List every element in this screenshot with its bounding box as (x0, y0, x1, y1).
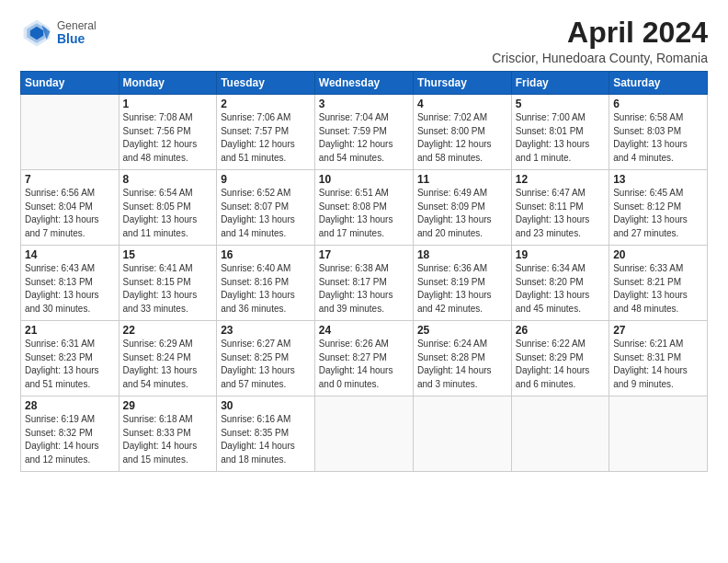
day-cell: 1Sunrise: 7:08 AM Sunset: 7:56 PM Daylig… (119, 95, 217, 170)
day-cell: 27Sunrise: 6:21 AM Sunset: 8:31 PM Dayli… (609, 321, 708, 396)
day-number: 29 (123, 399, 213, 412)
day-number: 10 (319, 173, 409, 186)
day-number: 6 (613, 98, 703, 110)
day-cell (314, 396, 413, 472)
day-info: Sunrise: 6:34 AM Sunset: 8:20 PM Dayligh… (516, 262, 605, 316)
week-row-3: 14Sunrise: 6:43 AM Sunset: 8:13 PM Dayli… (21, 246, 708, 321)
day-info: Sunrise: 6:38 AM Sunset: 8:17 PM Dayligh… (319, 262, 409, 316)
day-number: 4 (417, 98, 507, 110)
location-subtitle: Criscior, Hunedoara County, Romania (492, 51, 708, 65)
week-row-5: 28Sunrise: 6:19 AM Sunset: 8:32 PM Dayli… (21, 396, 708, 472)
day-cell: 20Sunrise: 6:33 AM Sunset: 8:21 PM Dayli… (609, 246, 708, 321)
day-cell: 3Sunrise: 7:04 AM Sunset: 7:59 PM Daylig… (314, 95, 413, 170)
header-day-wednesday: Wednesday (314, 72, 413, 95)
day-info: Sunrise: 6:40 AM Sunset: 8:16 PM Dayligh… (221, 262, 311, 316)
day-info: Sunrise: 6:18 AM Sunset: 8:33 PM Dayligh… (123, 413, 213, 466)
logo-blue: Blue (57, 32, 97, 46)
header-row: SundayMondayTuesdayWednesdayThursdayFrid… (21, 72, 708, 95)
week-row-1: 1Sunrise: 7:08 AM Sunset: 7:56 PM Daylig… (21, 95, 708, 170)
day-cell: 28Sunrise: 6:19 AM Sunset: 8:32 PM Dayli… (21, 396, 119, 472)
day-info: Sunrise: 7:04 AM Sunset: 7:59 PM Dayligh… (319, 111, 409, 165)
title-block: April 2024 Criscior, Hunedoara County, R… (492, 17, 708, 65)
day-info: Sunrise: 6:36 AM Sunset: 8:19 PM Dayligh… (417, 262, 507, 316)
logo-general: General (57, 20, 97, 32)
day-number: 18 (417, 248, 507, 261)
logo: General Blue (20, 17, 97, 50)
day-number: 1 (123, 98, 213, 110)
day-cell: 8Sunrise: 6:54 AM Sunset: 8:05 PM Daylig… (119, 170, 217, 246)
day-number: 23 (221, 324, 311, 337)
day-cell (511, 396, 609, 472)
day-cell: 30Sunrise: 6:16 AM Sunset: 8:35 PM Dayli… (217, 396, 315, 472)
header-day-saturday: Saturday (609, 72, 708, 95)
day-number: 25 (417, 324, 507, 337)
day-cell (609, 396, 708, 472)
day-number: 7 (25, 173, 115, 186)
day-number: 15 (123, 248, 213, 261)
day-info: Sunrise: 6:26 AM Sunset: 8:27 PM Dayligh… (319, 338, 409, 391)
day-cell: 15Sunrise: 6:41 AM Sunset: 8:15 PM Dayli… (119, 246, 217, 321)
day-number: 20 (613, 248, 703, 261)
day-info: Sunrise: 6:33 AM Sunset: 8:21 PM Dayligh… (613, 262, 703, 316)
header-day-tuesday: Tuesday (217, 72, 315, 95)
day-cell: 23Sunrise: 6:27 AM Sunset: 8:25 PM Dayli… (217, 321, 315, 396)
day-info: Sunrise: 6:51 AM Sunset: 8:08 PM Dayligh… (319, 187, 409, 240)
day-cell: 21Sunrise: 6:31 AM Sunset: 8:23 PM Dayli… (21, 321, 119, 396)
day-number: 21 (25, 324, 115, 337)
header: General Blue April 2024 Criscior, Hunedo… (20, 17, 708, 65)
day-info: Sunrise: 7:02 AM Sunset: 8:00 PM Dayligh… (417, 111, 507, 165)
day-info: Sunrise: 6:52 AM Sunset: 8:07 PM Dayligh… (221, 187, 311, 240)
day-info: Sunrise: 6:43 AM Sunset: 8:13 PM Dayligh… (25, 262, 115, 316)
day-info: Sunrise: 6:58 AM Sunset: 8:03 PM Dayligh… (613, 111, 703, 165)
day-info: Sunrise: 6:47 AM Sunset: 8:11 PM Dayligh… (516, 187, 605, 240)
day-info: Sunrise: 6:29 AM Sunset: 8:24 PM Dayligh… (123, 338, 213, 391)
day-info: Sunrise: 6:24 AM Sunset: 8:28 PM Dayligh… (417, 338, 507, 391)
day-number: 5 (516, 98, 605, 110)
day-info: Sunrise: 6:41 AM Sunset: 8:15 PM Dayligh… (123, 262, 213, 316)
day-cell: 4Sunrise: 7:02 AM Sunset: 8:00 PM Daylig… (413, 95, 511, 170)
day-number: 12 (516, 173, 605, 186)
day-cell: 17Sunrise: 6:38 AM Sunset: 8:17 PM Dayli… (314, 246, 413, 321)
day-cell: 11Sunrise: 6:49 AM Sunset: 8:09 PM Dayli… (413, 170, 511, 246)
day-cell: 19Sunrise: 6:34 AM Sunset: 8:20 PM Dayli… (511, 246, 609, 321)
day-info: Sunrise: 6:21 AM Sunset: 8:31 PM Dayligh… (613, 338, 703, 391)
day-number: 11 (417, 173, 507, 186)
day-cell: 2Sunrise: 7:06 AM Sunset: 7:57 PM Daylig… (217, 95, 315, 170)
day-number: 24 (319, 324, 409, 337)
day-number: 27 (613, 324, 703, 337)
day-number: 8 (123, 173, 213, 186)
header-day-monday: Monday (119, 72, 217, 95)
logo-icon (20, 17, 53, 50)
day-number: 2 (221, 98, 311, 110)
day-cell (413, 396, 511, 472)
day-cell: 29Sunrise: 6:18 AM Sunset: 8:33 PM Dayli… (119, 396, 217, 472)
day-info: Sunrise: 6:45 AM Sunset: 8:12 PM Dayligh… (613, 187, 703, 240)
header-day-sunday: Sunday (21, 72, 119, 95)
day-cell: 14Sunrise: 6:43 AM Sunset: 8:13 PM Dayli… (21, 246, 119, 321)
day-cell: 24Sunrise: 6:26 AM Sunset: 8:27 PM Dayli… (314, 321, 413, 396)
day-number: 19 (516, 248, 605, 261)
day-cell: 13Sunrise: 6:45 AM Sunset: 8:12 PM Dayli… (609, 170, 708, 246)
day-cell: 12Sunrise: 6:47 AM Sunset: 8:11 PM Dayli… (511, 170, 609, 246)
day-number: 30 (221, 399, 311, 412)
day-info: Sunrise: 6:22 AM Sunset: 8:29 PM Dayligh… (516, 338, 605, 391)
day-cell: 16Sunrise: 6:40 AM Sunset: 8:16 PM Dayli… (217, 246, 315, 321)
week-row-2: 7Sunrise: 6:56 AM Sunset: 8:04 PM Daylig… (21, 170, 708, 246)
day-info: Sunrise: 7:00 AM Sunset: 8:01 PM Dayligh… (516, 111, 605, 165)
day-number: 17 (319, 248, 409, 261)
day-info: Sunrise: 6:27 AM Sunset: 8:25 PM Dayligh… (221, 338, 311, 391)
day-cell: 18Sunrise: 6:36 AM Sunset: 8:19 PM Dayli… (413, 246, 511, 321)
calendar-table: SundayMondayTuesdayWednesdayThursdayFrid… (20, 71, 708, 472)
day-number: 14 (25, 248, 115, 261)
day-number: 26 (516, 324, 605, 337)
day-cell: 6Sunrise: 6:58 AM Sunset: 8:03 PM Daylig… (609, 95, 708, 170)
day-info: Sunrise: 6:56 AM Sunset: 8:04 PM Dayligh… (25, 187, 115, 240)
day-info: Sunrise: 6:19 AM Sunset: 8:32 PM Dayligh… (25, 413, 115, 466)
header-day-thursday: Thursday (413, 72, 511, 95)
day-cell (21, 95, 119, 170)
day-cell: 22Sunrise: 6:29 AM Sunset: 8:24 PM Dayli… (119, 321, 217, 396)
day-cell: 10Sunrise: 6:51 AM Sunset: 8:08 PM Dayli… (314, 170, 413, 246)
header-day-friday: Friday (511, 72, 609, 95)
day-info: Sunrise: 6:16 AM Sunset: 8:35 PM Dayligh… (221, 413, 311, 466)
day-info: Sunrise: 6:54 AM Sunset: 8:05 PM Dayligh… (123, 187, 213, 240)
